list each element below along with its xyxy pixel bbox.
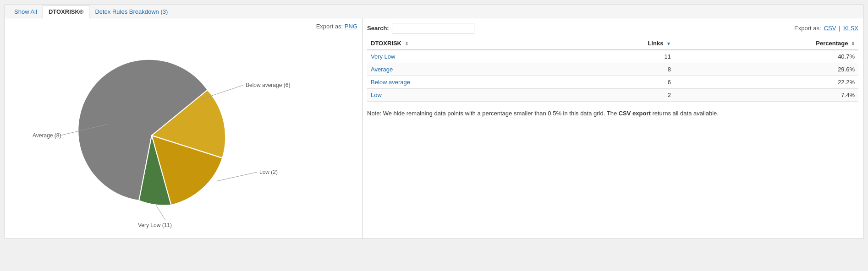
table-row: Low27.4% [367, 89, 858, 102]
pie-slices [78, 60, 225, 206]
sort-icon-dtoxrisk: ⇕ [405, 41, 408, 46]
table-area: Search: Export as: CSV | XLSX DTOXRISK [363, 18, 863, 238]
note-text: Note: We hide remaining data points with… [367, 109, 858, 118]
export-csv-link[interactable]: CSV [824, 25, 836, 32]
export-separator: | [839, 25, 840, 32]
col-header-percentage[interactable]: Percentage ⇕ [675, 37, 858, 50]
cell-dtoxrisk: Average [367, 63, 553, 76]
chart-export-row: Export as: PNG [10, 23, 357, 30]
label-line-low [216, 172, 257, 181]
note-prefix: Note: We hide remaining data points with… [367, 110, 619, 117]
table-row: Average829.6% [367, 63, 858, 76]
chart-export-label: Export as: [316, 23, 343, 30]
cell-links: 11 [553, 50, 675, 63]
cell-percentage: 29.6% [675, 63, 858, 76]
pie-label-very-low: Very Low (11) [138, 222, 172, 228]
col-header-percentage-label: Percentage [816, 40, 848, 47]
cell-links: 2 [553, 89, 675, 102]
data-table: DTOXRISK ⇕ Links ▼ Percentage ⇕ [367, 37, 858, 102]
table-row: Below average622.2% [367, 76, 858, 89]
pie-label-low: Low (2) [259, 169, 278, 175]
tab-show-all[interactable]: Show All [9, 5, 43, 18]
dtoxrisk-link[interactable]: Very Low [371, 53, 395, 60]
label-line-very-low [156, 206, 165, 220]
cell-dtoxrisk: Below average [367, 76, 553, 89]
cell-dtoxrisk: Low [367, 89, 553, 102]
cell-links: 8 [553, 63, 675, 76]
table-body: Very Low1140.7%Average829.6%Below averag… [367, 50, 858, 102]
cell-percentage: 40.7% [675, 50, 858, 63]
pie-label-average: Average (8) [33, 132, 61, 139]
dtoxrisk-link[interactable]: Average [371, 66, 393, 73]
note-bold: CSV export [619, 110, 651, 117]
table-export-row: Search: Export as: CSV | XLSX [367, 23, 858, 33]
tab-detox-rules[interactable]: Detox Rules Breakdown (3) [89, 5, 173, 18]
cell-percentage: 7.4% [675, 89, 858, 102]
sort-icon-links: ▼ [666, 41, 671, 46]
note-suffix: returns all data available. [651, 110, 719, 117]
search-group: Search: [367, 23, 474, 33]
pie-chart-svg: Below average (6) Low (2) Average (8) Ve… [23, 37, 344, 229]
dtoxrisk-link[interactable]: Below average [371, 79, 410, 86]
pie-label-below-average: Below average (6) [246, 82, 290, 88]
right-export: Export as: CSV | XLSX [794, 25, 858, 32]
pie-chart-wrapper: Below average (6) Low (2) Average (8) Ve… [10, 33, 357, 234]
dtoxrisk-link[interactable]: Low [371, 92, 382, 98]
tabs-row: Show All DTOXRISK® Detox Rules Breakdown… [5, 5, 863, 18]
main-content: Export as: PNG [5, 18, 863, 238]
chart-export-png[interactable]: PNG [345, 23, 357, 30]
search-label: Search: [367, 25, 389, 32]
table-header-row: DTOXRISK ⇕ Links ▼ Percentage ⇕ [367, 37, 858, 50]
col-header-dtoxrisk-label: DTOXRISK [371, 40, 401, 47]
tab-dtoxrisk[interactable]: DTOXRISK® [43, 5, 90, 18]
col-header-links-label: Links [648, 40, 663, 47]
sort-icon-percentage: ⇕ [851, 41, 855, 46]
col-header-links[interactable]: Links ▼ [553, 37, 675, 50]
col-header-dtoxrisk[interactable]: DTOXRISK ⇕ [367, 37, 553, 50]
cell-percentage: 22.2% [675, 76, 858, 89]
page-container: Show All DTOXRISK® Detox Rules Breakdown… [5, 5, 863, 239]
cell-dtoxrisk: Very Low [367, 50, 553, 63]
right-export-label: Export as: [794, 25, 821, 32]
cell-links: 6 [553, 76, 675, 89]
export-xlsx-link[interactable]: XLSX [843, 25, 858, 32]
table-row: Very Low1140.7% [367, 50, 858, 63]
search-input[interactable] [392, 23, 474, 33]
chart-area: Export as: PNG [5, 18, 363, 238]
